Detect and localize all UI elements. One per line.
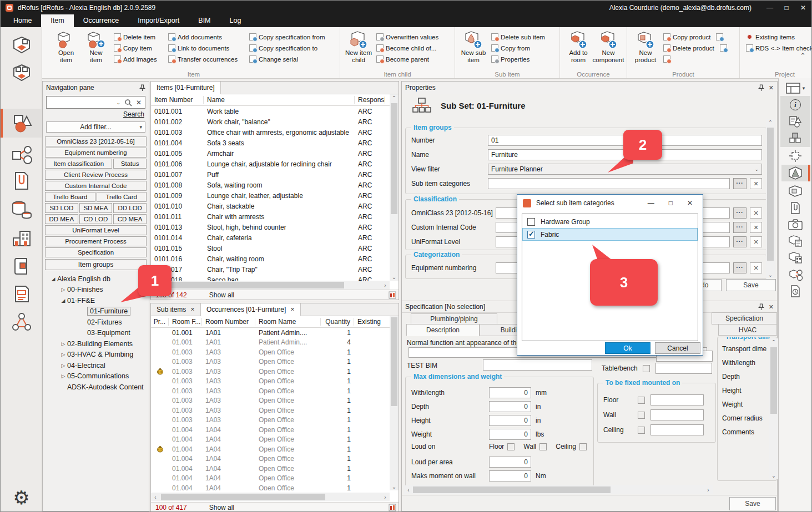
show-all-link[interactable]: Show all <box>209 291 234 299</box>
col-header-existing[interactable]: Existing <box>354 318 385 326</box>
ribbon-small-button[interactable]: Delete product <box>663 44 733 52</box>
item-row[interactable]: 0101.004 Sofa 3 seats ARC <box>151 138 390 148</box>
scroll-down-icon[interactable]: ⌄ <box>769 473 778 479</box>
picker-button[interactable]: ··· <box>733 222 747 233</box>
occurrence-row[interactable]: 01.003 1A03 Open Office 1 <box>151 396 390 406</box>
scroll-up-icon[interactable]: ⌃ <box>390 95 399 101</box>
save-properties-button[interactable]: Save <box>726 279 776 291</box>
dimension-field[interactable]: 0 <box>489 415 531 426</box>
save-spec-button[interactable]: Save <box>729 497 776 510</box>
categories-clear-button[interactable]: ✕ <box>750 178 762 189</box>
ribbon-small-button[interactable]: Copy product <box>663 33 733 40</box>
col-header-name[interactable]: Name <box>204 96 355 104</box>
sidebar-item-reports[interactable] <box>1 281 42 307</box>
tree-node[interactable]: 02-Fixtures <box>45 317 147 328</box>
tab-description[interactable]: Description <box>406 324 480 336</box>
mount-field[interactable] <box>650 394 704 405</box>
ribbon-small-button[interactable]: Add documents <box>168 33 244 40</box>
ribbon-big-button[interactable]: New itemchild <box>344 29 374 64</box>
filter-button[interactable]: OmniClass 23 [2012-05-16] <box>45 136 147 146</box>
3d-view-icon[interactable] <box>781 165 809 181</box>
dialog-close-icon[interactable]: ✕ <box>687 199 693 207</box>
classification-view-icon[interactable] <box>781 234 809 249</box>
tab-plumbing[interactable]: Plumbing/piping <box>411 313 497 325</box>
sidebar-item-finances[interactable] <box>1 196 42 223</box>
dimension-field[interactable]: 0 <box>489 457 531 468</box>
model-view-icon[interactable] <box>781 148 809 164</box>
ribbon-small-button[interactable]: RDS <-> Item check <box>746 44 812 52</box>
add-filter-button[interactable]: Add filter... ▾ <box>46 121 145 133</box>
tree-expander-icon[interactable]: ▷ <box>59 352 67 357</box>
ribbon-small-button[interactable]: Overwritten values <box>376 33 448 40</box>
occurrence-row[interactable]: 01.004 1A04 Open Office 1 <box>151 425 390 435</box>
properties-vertical-scrollbar[interactable]: ⌃ ⌄ <box>766 119 775 278</box>
filter-button[interactable]: Procurement Process <box>45 236 147 246</box>
filter-button[interactable]: Equipment numbering <box>45 148 147 158</box>
ribbon-small-button[interactable]: Link to documents <box>168 44 244 52</box>
tree-node[interactable]: ▷ 04-Electrical <box>45 360 147 371</box>
sub-item-categories-field[interactable] <box>488 178 730 189</box>
mount-checkbox[interactable] <box>638 397 645 404</box>
sidebar-item-products[interactable] <box>1 253 42 280</box>
item-row[interactable]: 0101.005 Armchair ARC <box>151 148 390 159</box>
occurrence-row[interactable]: 01.004 1A04 Open Office 1 <box>151 444 390 454</box>
ribbon-small-button[interactable]: Add images <box>114 55 163 63</box>
categories-picker-button[interactable]: ··· <box>733 178 747 189</box>
dialog-minimize-icon[interactable]: — <box>648 199 654 207</box>
picker-button[interactable]: ··· <box>733 236 747 247</box>
table-bench-field[interactable] <box>655 363 712 374</box>
occurrence-row[interactable]: 01.003 1A03 Open Office 1 <box>151 357 390 367</box>
filter-button[interactable]: SD MEA <box>79 203 113 213</box>
tree-node[interactable]: ▷ 03-HVAC & Plumbing <box>45 349 147 361</box>
item-row[interactable]: 0101.007 Puff ARC <box>151 169 390 180</box>
mount-field[interactable] <box>650 424 704 435</box>
ribbon-small-button[interactable]: Copy from <box>491 44 553 52</box>
table-bench-checkbox[interactable] <box>643 365 650 372</box>
item-row[interactable]: 0101.016 Chair, waiting room ARC <box>151 254 390 264</box>
pin-icon[interactable] <box>139 84 145 92</box>
layout-chooser-button[interactable]: ▾ <box>781 80 809 96</box>
ribbon-small-button[interactable]: Delete item <box>114 33 163 40</box>
tree-node[interactable]: ▷ 02-Building Elements <box>45 338 147 349</box>
category-row[interactable]: Hardware Group <box>522 215 698 228</box>
item-row[interactable]: 0101.009 Lounge chair, leather, adjustab… <box>151 190 390 201</box>
ribbon-small-button[interactable]: Copy item <box>114 44 163 52</box>
tree-expander-icon[interactable]: ▷ <box>59 373 67 379</box>
occurrence-row[interactable]: 01.004 1A04 Open Office 1 <box>151 464 390 474</box>
scroll-up-icon[interactable]: ⌃ <box>766 119 775 125</box>
scroll-down-icon[interactable]: ⌄ <box>390 274 399 280</box>
scroll-up-icon[interactable]: ⌃ <box>769 339 778 345</box>
tree-node[interactable]: 03-Equipment <box>45 328 147 339</box>
pin-icon[interactable] <box>758 84 764 92</box>
ribbon-small-button[interactable]: Transfer occurrences <box>168 55 244 63</box>
occurrence-row[interactable]: 01.004 1A04 Open Office 1 <box>151 435 390 445</box>
transport-scrollbar[interactable]: ⌃ ⌄ <box>769 338 778 479</box>
clear-search-icon[interactable]: ✕ <box>136 99 142 107</box>
occurrence-row[interactable]: 01.004 1A04 Open Office 1 <box>151 483 390 490</box>
picker-button[interactable]: ··· <box>733 262 747 273</box>
item-row[interactable]: 0101.017 Chair, "Trip Trap" ARC <box>151 264 390 275</box>
filter-button[interactable]: DD MEA <box>45 214 78 224</box>
item-row[interactable]: 0101.011 Chair with armrests ARC <box>151 211 390 222</box>
mount-checkbox[interactable] <box>638 412 645 419</box>
dimension-field[interactable]: 0 <box>489 470 531 481</box>
col-header-responsible[interactable]: Responsib <box>355 96 385 104</box>
close-tab-icon[interactable]: ✕ <box>190 307 195 312</box>
filter-button[interactable]: Client Review Process <box>45 170 147 180</box>
occ-vertical-scrollbar[interactable]: ⌄ <box>390 316 399 490</box>
ribbon-tab[interactable]: Log <box>220 14 251 27</box>
ribbon-small-button[interactable]: Existing items <box>746 33 812 40</box>
search-link[interactable]: Search <box>123 110 144 118</box>
tab-hvac[interactable]: HVAC <box>718 324 777 336</box>
clear-button[interactable]: ✕ <box>750 207 762 219</box>
tree-expander-icon[interactable]: ▷ <box>59 341 67 347</box>
ribbon-big-button[interactable]: Newitem <box>81 29 111 64</box>
maximize-button[interactable]: □ <box>778 4 795 12</box>
filter-button[interactable]: Trello Card <box>97 192 147 202</box>
occurrence-row[interactable]: 01.003 1A03 Open Office 1 <box>151 367 390 377</box>
item-row[interactable]: 0101.010 Chair, stackable ARC <box>151 201 390 211</box>
clear-button[interactable]: ✕ <box>750 236 762 247</box>
occurrence-row[interactable]: 01.001 1A01 Patient Admin.... 4 <box>151 338 390 348</box>
item-row[interactable]: 0101.008 Sofa, waiting room ARC <box>151 180 390 190</box>
item-row[interactable]: 0101.006 Lounge chair, adjustable for re… <box>151 159 390 169</box>
